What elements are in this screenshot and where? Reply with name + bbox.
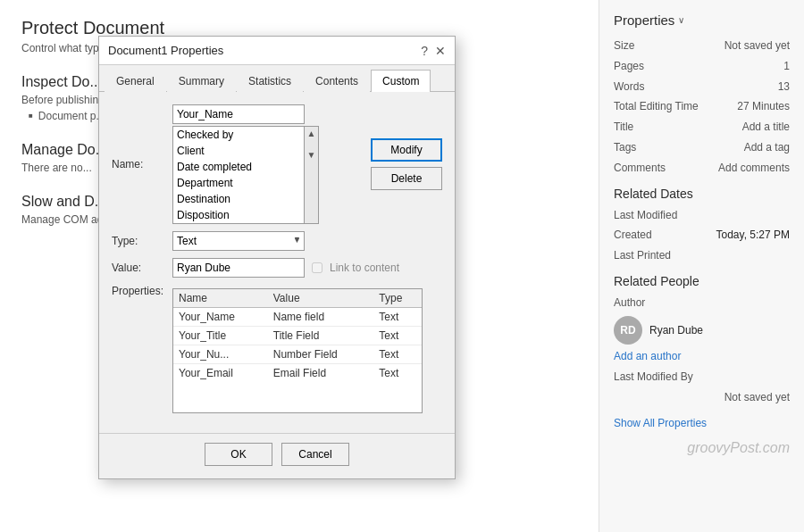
tab-statistics[interactable]: Statistics	[237, 70, 303, 92]
related-date-row: Last Printed	[614, 248, 790, 263]
cancel-button[interactable]: Cancel	[281, 443, 349, 466]
related-date-value	[690, 248, 790, 263]
type-label: Type:	[112, 235, 172, 247]
related-dates-rows: Last ModifiedCreatedToday, 5:27 PMLast P…	[614, 208, 790, 263]
scroll-up-icon[interactable]: ▲	[307, 127, 316, 141]
cell-type: Text	[373, 345, 422, 364]
value-row: Value: Link to content	[112, 258, 442, 278]
property-value: 13	[685, 79, 790, 95]
ok-button[interactable]: OK	[205, 443, 272, 466]
cell-type: Text	[373, 308, 422, 327]
list-item[interactable]: Disposition	[173, 207, 304, 223]
name-label: Name:	[112, 158, 172, 170]
related-date-value: Today, 5:27 PM	[690, 228, 790, 243]
property-label: Tags	[614, 140, 685, 155]
dialog-help-button[interactable]: ?	[421, 45, 428, 57]
name-listbox[interactable]: Checked by Client Date completed Departm…	[172, 126, 305, 224]
right-panel: Properties ∨ SizeNot saved yetPages1Word…	[599, 0, 804, 532]
avatar: RD	[614, 316, 642, 345]
property-row: TitleAdd a title	[614, 120, 790, 135]
property-label: Pages	[614, 59, 685, 74]
dialog: Document1 Properties ? ✕ General Summary…	[98, 36, 456, 479]
cell-value: Title Field	[268, 327, 374, 345]
cell-name: Your_Title	[173, 327, 268, 345]
name-control-area: Checked by Client Date completed Departm…	[172, 104, 362, 224]
related-date-value	[690, 208, 790, 223]
dialog-body: Name: Checked by Client Date completed D…	[99, 92, 455, 433]
list-item[interactable]: Destination	[173, 191, 304, 207]
dialog-close-button[interactable]: ✕	[435, 45, 446, 57]
name-input[interactable]	[172, 104, 305, 124]
property-row: CommentsAdd comments	[614, 161, 790, 176]
scroll-down-icon[interactable]: ▼	[307, 148, 316, 162]
groovy-watermark: groovyPost.com	[614, 440, 790, 456]
name-listbox-wrap: Checked by Client Date completed Departm…	[172, 126, 362, 224]
props-row: Properties: Name Value Type Your_NameNam…	[112, 285, 442, 413]
property-label: Size	[614, 38, 685, 54]
cell-name: Your_Nu...	[173, 345, 268, 364]
property-row: TagsAdd a tag	[614, 140, 790, 155]
delete-button[interactable]: Delete	[371, 167, 442, 190]
add-author-link[interactable]: Add an author	[614, 350, 790, 362]
last-modified-by-row: Last Modified By	[614, 370, 790, 385]
show-all-properties-link[interactable]: Show All Properties	[614, 417, 790, 429]
modify-button[interactable]: Modify	[371, 138, 442, 162]
list-item[interactable]: Client	[173, 143, 304, 159]
value-label: Value:	[112, 262, 172, 274]
tab-summary[interactable]: Summary	[167, 70, 236, 92]
author-name: Ryan Dube	[649, 324, 703, 337]
related-people-title: Related People	[614, 274, 790, 288]
cell-name: Your_Name	[173, 308, 268, 327]
listbox-scrollbar[interactable]: ▲ ▼	[305, 126, 319, 224]
related-date-label: Created	[614, 228, 690, 243]
props-table-wrap: Name Value Type Your_NameName fieldTextY…	[172, 288, 423, 413]
cell-value: Number Field	[268, 345, 374, 364]
property-row: SizeNot saved yet	[614, 38, 790, 54]
property-value: Add comments	[685, 161, 790, 176]
dialog-footer: OK Cancel	[99, 433, 455, 478]
tab-general[interactable]: General	[105, 70, 166, 92]
property-value: Not saved yet	[685, 38, 790, 54]
table-row[interactable]: Your_Nu...Number FieldText	[173, 345, 422, 364]
related-date-label: Last Modified	[614, 208, 690, 223]
author-label: Author	[614, 295, 685, 311]
props-table: Name Value Type Your_NameName fieldTextY…	[173, 289, 422, 382]
property-value: 27 Minutes	[699, 99, 790, 114]
related-date-row: CreatedToday, 5:27 PM	[614, 228, 790, 243]
author-row: RD Ryan Dube	[614, 316, 790, 345]
table-row[interactable]: Your_NameName fieldText	[173, 308, 422, 327]
value-input[interactable]	[172, 258, 305, 278]
related-date-label: Last Printed	[614, 248, 690, 263]
table-row[interactable]: Your_TitleTitle FieldText	[173, 327, 422, 345]
last-modified-by-label: Last Modified By	[614, 370, 693, 385]
col-header-name: Name	[173, 289, 268, 308]
property-value: Add a title	[685, 120, 790, 135]
property-label: Title	[614, 120, 685, 135]
cell-type: Text	[373, 327, 422, 345]
property-row: Pages1	[614, 59, 790, 74]
list-item[interactable]: Date completed	[173, 159, 304, 175]
chevron-icon: ∨	[678, 15, 684, 25]
dialog-title-buttons: ? ✕	[421, 45, 446, 57]
cell-value: Email Field	[268, 364, 374, 383]
tab-contents[interactable]: Contents	[304, 70, 370, 92]
dialog-tabs: General Summary Statistics Contents Cust…	[99, 65, 455, 92]
property-row: Total Editing Time27 Minutes	[614, 99, 790, 114]
action-buttons: Modify Delete	[371, 138, 442, 190]
props-label: Properties:	[112, 285, 172, 297]
cell-name: Your_Email	[173, 364, 268, 383]
type-select[interactable]: Text Date Number Yes or no	[172, 231, 305, 251]
list-item[interactable]: Checked by	[173, 127, 304, 143]
last-modified-by-value: Not saved yet	[614, 390, 790, 405]
last-modified-by-value-row: Not saved yet	[614, 390, 790, 405]
property-label: Comments	[614, 161, 685, 176]
table-row[interactable]: Your_EmailEmail FieldText	[173, 364, 422, 383]
link-to-content-checkbox[interactable]	[312, 262, 322, 273]
tab-custom[interactable]: Custom	[371, 70, 431, 92]
property-row: Words13	[614, 79, 790, 95]
type-select-wrap: Text Date Number Yes or no ▼	[172, 231, 305, 251]
property-label: Words	[614, 79, 685, 95]
list-item[interactable]: Department	[173, 175, 304, 191]
properties-title: Properties ∨	[614, 12, 790, 28]
property-value: 1	[685, 59, 790, 74]
